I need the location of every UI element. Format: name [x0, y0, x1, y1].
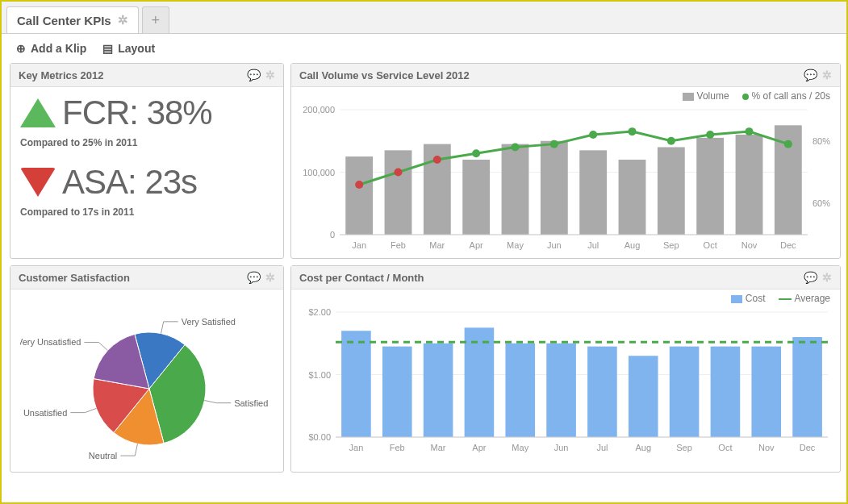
legend-avg: Average	[795, 293, 830, 304]
gear-icon[interactable]: ✲	[265, 271, 275, 284]
svg-rect-62	[465, 327, 495, 437]
down-triangle-icon	[20, 168, 56, 197]
svg-rect-78	[792, 337, 822, 437]
svg-point-41	[706, 131, 714, 139]
klip-cost: Cost per Contact / Month 💬 ✲ Cost Averag…	[290, 265, 841, 473]
svg-text:Dec: Dec	[780, 240, 796, 250]
gear-icon[interactable]: ✲	[265, 69, 275, 81]
klip-call-volume: Call Volume vs Service Level 2012 💬 ✲ Vo…	[290, 63, 841, 259]
svg-text:Mar: Mar	[429, 240, 445, 250]
layout-label: Layout	[118, 42, 155, 55]
svg-point-37	[550, 140, 558, 148]
svg-rect-56	[341, 331, 371, 437]
svg-text:200,000: 200,000	[303, 105, 335, 115]
svg-rect-26	[696, 138, 724, 235]
svg-text:Jul: Jul	[596, 443, 608, 452]
svg-text:$2.00: $2.00	[308, 307, 331, 317]
svg-rect-10	[385, 150, 412, 235]
svg-text:Unsatisfied: Unsatisfied	[23, 408, 67, 418]
volume-chart: 0100,000200,00060%80%JanFebMarAprMayJunJ…	[291, 102, 840, 258]
comment-icon[interactable]: 💬	[247, 69, 261, 81]
svg-text:Sep: Sep	[663, 240, 679, 250]
svg-text:Aug: Aug	[635, 443, 651, 452]
klip-csat: Customer Satisfaction 💬 ✲ Very Satisfied…	[10, 265, 284, 473]
add-klip-label: Add a Klip	[31, 42, 86, 55]
svg-point-33	[395, 169, 403, 177]
svg-point-36	[512, 144, 520, 152]
klip-title: Cost per Contact / Month	[299, 272, 424, 284]
svg-text:Dec: Dec	[800, 443, 816, 452]
svg-text:Neutral: Neutral	[89, 451, 117, 460]
svg-rect-74	[711, 347, 741, 437]
svg-text:Oct: Oct	[718, 443, 732, 452]
svg-rect-16	[502, 144, 529, 235]
klip-title: Call Volume vs Service Level 2012	[299, 69, 470, 81]
svg-text:Apr: Apr	[472, 443, 486, 452]
svg-text:Oct: Oct	[704, 240, 717, 250]
cost-legend: Cost Average	[291, 289, 840, 304]
svg-rect-8	[345, 156, 373, 235]
svg-text:Mar: Mar	[431, 443, 446, 452]
add-klip-button[interactable]: ⊕ Add a Klip	[16, 42, 86, 55]
svg-point-39	[629, 127, 637, 135]
legend-volume: Volume	[697, 90, 729, 102]
svg-text:Very Unsatisfied: Very Unsatisfied	[20, 337, 81, 347]
legend-pct: % of call ans / 20s	[752, 90, 830, 102]
svg-rect-24	[658, 148, 685, 235]
svg-rect-22	[619, 160, 646, 235]
layout-button[interactable]: ▤ Layout	[102, 42, 155, 55]
fcr-subtext: Compared to 25% in 2011	[20, 137, 274, 148]
tab-bar: Call Center KPIs ✲ +	[2, 2, 846, 34]
add-tab-button[interactable]: +	[142, 6, 169, 33]
svg-point-35	[472, 149, 480, 157]
svg-rect-66	[546, 344, 576, 437]
gear-icon[interactable]: ✲	[118, 13, 128, 27]
svg-text:Sep: Sep	[676, 443, 692, 452]
svg-text:Nov: Nov	[741, 240, 758, 250]
gear-icon[interactable]: ✲	[822, 69, 832, 81]
svg-rect-68	[587, 347, 617, 437]
klip-title: Key Metrics 2012	[19, 69, 104, 81]
svg-point-43	[784, 140, 792, 148]
svg-rect-72	[670, 347, 700, 437]
tab-call-center-kpis[interactable]: Call Center KPIs ✲	[6, 6, 139, 33]
svg-rect-58	[382, 347, 412, 437]
svg-text:Aug: Aug	[625, 240, 641, 250]
svg-text:Apr: Apr	[470, 240, 483, 250]
svg-text:80%: 80%	[812, 136, 830, 146]
svg-point-32	[355, 181, 363, 189]
svg-text:100,000: 100,000	[303, 168, 335, 177]
comment-icon[interactable]: 💬	[247, 271, 261, 284]
svg-text:Satisfied: Satisfied	[234, 398, 268, 408]
svg-text:Jan: Jan	[352, 240, 366, 250]
svg-point-40	[667, 137, 675, 145]
svg-rect-70	[629, 356, 658, 437]
cost-chart: $0.00$1.00$2.00JanFebMarAprMayJunJulAugS…	[291, 304, 840, 460]
svg-text:$0.00: $0.00	[308, 432, 331, 442]
fcr-value: FCR: 38%	[62, 94, 212, 132]
legend-cost: Cost	[746, 293, 766, 304]
svg-point-38	[589, 131, 597, 139]
svg-text:Jun: Jun	[554, 443, 569, 452]
svg-point-34	[433, 156, 441, 164]
svg-text:Jul: Jul	[587, 240, 599, 250]
toolbar: ⊕ Add a Klip ▤ Layout	[2, 34, 846, 63]
svg-text:May: May	[507, 240, 524, 250]
svg-text:Jun: Jun	[547, 240, 562, 250]
svg-rect-20	[579, 150, 607, 235]
svg-text:Feb: Feb	[390, 443, 405, 452]
klip-key-metrics: Key Metrics 2012 💬 ✲ FCR: 38% Compared t…	[10, 63, 284, 259]
svg-text:May: May	[512, 443, 528, 452]
svg-text:Feb: Feb	[391, 240, 406, 250]
svg-rect-76	[751, 347, 781, 437]
svg-text:$1.00: $1.00	[308, 370, 331, 380]
up-triangle-icon	[20, 98, 56, 127]
svg-rect-18	[541, 141, 568, 235]
svg-rect-64	[505, 344, 535, 437]
grid-icon: ▤	[102, 42, 113, 55]
svg-point-42	[746, 127, 754, 135]
comment-icon[interactable]: 💬	[804, 69, 817, 81]
gear-icon[interactable]: ✲	[822, 271, 832, 284]
comment-icon[interactable]: 💬	[804, 271, 817, 284]
asa-value: ASA: 23s	[62, 163, 197, 202]
